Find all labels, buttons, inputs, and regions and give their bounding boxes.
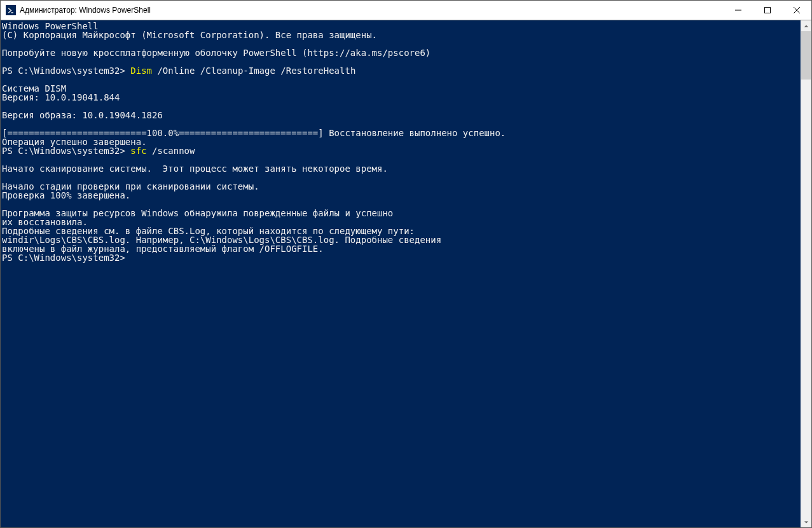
args-dism: /Online /Cleanup-Image /RestoreHealth bbox=[152, 66, 355, 76]
cmd-dism: Dism bbox=[130, 66, 152, 76]
line-image-ver: Версия образа: 10.0.19044.1826 bbox=[2, 110, 163, 120]
maximize-button[interactable] bbox=[753, 1, 782, 20]
minimize-button[interactable] bbox=[724, 1, 753, 20]
scroll-up-button[interactable] bbox=[801, 20, 811, 31]
prompt-2: PS C:\Windows\system32> bbox=[2, 146, 130, 156]
vertical-scrollbar[interactable] bbox=[801, 20, 811, 527]
line-sfc3: Проверка 100% завершена. bbox=[2, 190, 130, 200]
client-area: Windows PowerShell (C) Корпорация Майкро… bbox=[1, 20, 811, 527]
svg-rect-0 bbox=[765, 8, 771, 13]
prompt-3: PS C:\Windows\system32> bbox=[2, 253, 125, 263]
powershell-window: Администратор: Windows PowerShell Window… bbox=[0, 0, 812, 528]
title-bar[interactable]: Администратор: Windows PowerShell bbox=[1, 1, 811, 20]
window-controls bbox=[724, 1, 811, 20]
close-button[interactable] bbox=[782, 1, 811, 20]
powershell-icon bbox=[6, 5, 16, 15]
scroll-down-button[interactable] bbox=[801, 517, 811, 527]
scroll-track[interactable] bbox=[801, 31, 811, 517]
line-sfc1: Начато сканирование системы. Этот процес… bbox=[2, 163, 388, 174]
prompt-1: PS C:\Windows\system32> bbox=[2, 66, 130, 76]
args-sfc: /scannow bbox=[147, 146, 195, 156]
window-title: Администратор: Windows PowerShell bbox=[20, 6, 151, 15]
line-try: Попробуйте новую кроссплатформенную обол… bbox=[2, 48, 430, 58]
line-dism-ver: Версия: 10.0.19041.844 bbox=[2, 92, 120, 102]
scroll-thumb[interactable] bbox=[801, 31, 811, 80]
line-header2: (C) Корпорация Майкрософт (Microsoft Cor… bbox=[2, 30, 377, 40]
cmd-sfc: sfc bbox=[130, 146, 146, 156]
terminal-output[interactable]: Windows PowerShell (C) Корпорация Майкро… bbox=[1, 20, 801, 527]
